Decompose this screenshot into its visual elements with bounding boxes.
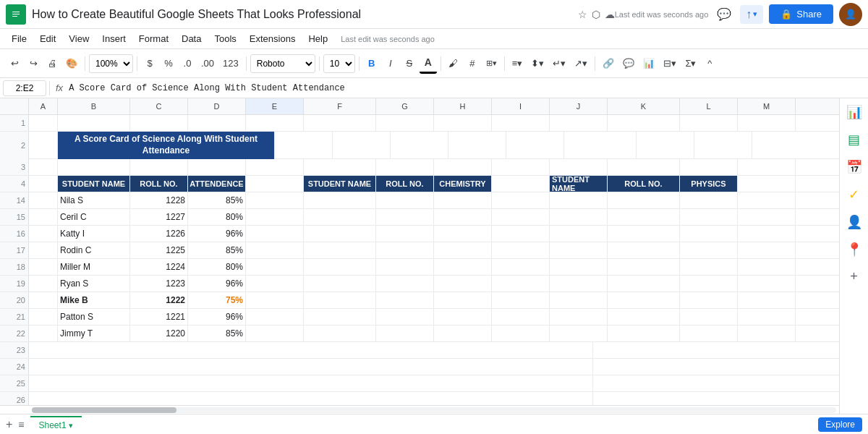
cell-k22[interactable]: [608, 326, 680, 341]
font-size-select[interactable]: 10: [323, 54, 355, 73]
cell-l17[interactable]: [680, 242, 738, 258]
cell-i22[interactable]: [492, 326, 550, 341]
cell-b14[interactable]: Nila S: [58, 192, 130, 208]
cell-c18[interactable]: 1224: [130, 259, 188, 275]
cell-g20[interactable]: [376, 292, 434, 308]
cell-g16[interactable]: [376, 226, 434, 242]
cell-h15[interactable]: [434, 209, 492, 225]
col-header-f[interactable]: F: [304, 98, 376, 114]
header-roll-no-3[interactable]: ROLL NO.: [608, 176, 680, 192]
text-color-btn[interactable]: A: [420, 54, 437, 74]
sidebar-explore-icon[interactable]: 📊: [846, 104, 862, 120]
cell-l3[interactable]: [680, 159, 738, 175]
header-student-name-2[interactable]: STUDENT NAME: [304, 176, 376, 192]
cell-h22[interactable]: [434, 326, 492, 341]
cell-m17[interactable]: [738, 242, 796, 258]
cell-a1[interactable]: [29, 115, 58, 131]
cell-h1[interactable]: [434, 115, 492, 131]
cell-d22[interactable]: 85%: [188, 326, 246, 341]
cell-e20[interactable]: [246, 292, 304, 308]
cell-b17[interactable]: Rodin C: [58, 242, 130, 258]
cell-a22[interactable]: [29, 326, 58, 341]
textwrap-btn[interactable]: ↵▾: [549, 54, 569, 74]
hide-btn[interactable]: ^: [701, 54, 718, 74]
cell-c14[interactable]: 1228: [130, 192, 188, 208]
cell-g3[interactable]: [376, 159, 434, 175]
cell-f21[interactable]: [304, 309, 376, 325]
sidebar-add-icon[interactable]: +: [850, 269, 858, 284]
cell-d20[interactable]: 75%: [188, 292, 246, 308]
italic-btn[interactable]: I: [382, 54, 399, 74]
percent-btn[interactable]: %: [160, 54, 177, 74]
filter-btn[interactable]: ⊟▾: [660, 54, 680, 74]
redo-btn[interactable]: ↪: [25, 54, 42, 74]
cell-m19[interactable]: [738, 276, 796, 292]
cell-j19[interactable]: [550, 276, 608, 292]
share-button[interactable]: 🔒 Share: [769, 4, 833, 24]
cell-e17[interactable]: [246, 242, 304, 258]
cell-k16[interactable]: [608, 226, 680, 242]
cell-i14[interactable]: [492, 192, 550, 208]
cell-k15[interactable]: [608, 209, 680, 225]
merge-btn[interactable]: ⊞▾: [482, 54, 501, 74]
rotate-btn[interactable]: ↗▾: [571, 54, 591, 74]
h-scroll-track[interactable]: [32, 407, 836, 413]
cell-g14[interactable]: [376, 192, 434, 208]
cell-b3[interactable]: [58, 159, 130, 175]
cell-c19[interactable]: 1223: [130, 276, 188, 292]
currency-btn[interactable]: $: [141, 54, 158, 74]
cell-c3[interactable]: [130, 159, 188, 175]
cell-f18[interactable]: [304, 259, 376, 275]
cell-a14[interactable]: [29, 192, 58, 208]
comment-icon[interactable]: 💬: [714, 4, 734, 25]
cell-j2[interactable]: [506, 132, 564, 159]
h-scrollbar[interactable]: [0, 405, 839, 414]
history-btn[interactable]: ↑ ▾: [740, 5, 763, 24]
cell-c21[interactable]: 1221: [130, 309, 188, 325]
cell-f19[interactable]: [304, 276, 376, 292]
function-btn[interactable]: Σ▾: [681, 54, 699, 74]
cell-a18[interactable]: [29, 259, 58, 275]
cell-j18[interactable]: [550, 259, 608, 275]
cell-f16[interactable]: [304, 226, 376, 242]
menu-data[interactable]: Data: [176, 31, 207, 46]
header-student-name-3[interactable]: STUDENT NAME: [550, 176, 608, 192]
cell-g21[interactable]: [376, 309, 434, 325]
cell-c17[interactable]: 1225: [130, 242, 188, 258]
paint-format-btn[interactable]: 🎨: [62, 54, 81, 74]
cell-j21[interactable]: [550, 309, 608, 325]
cell-i3[interactable]: [492, 159, 550, 175]
cell-j17[interactable]: [550, 242, 608, 258]
cell-a19[interactable]: [29, 276, 58, 292]
cell-e15[interactable]: [246, 209, 304, 225]
cell-d18[interactable]: 80%: [188, 259, 246, 275]
cell-f15[interactable]: [304, 209, 376, 225]
col-header-c[interactable]: C: [130, 98, 188, 114]
explore-btn[interactable]: Explore: [818, 417, 862, 432]
cell-a21[interactable]: [29, 309, 58, 325]
col-header-b[interactable]: B: [58, 98, 130, 114]
cell-g1[interactable]: [376, 115, 434, 131]
add-sheet-btn[interactable]: +: [6, 418, 12, 431]
cell-j16[interactable]: [550, 226, 608, 242]
borders-btn[interactable]: #: [464, 54, 481, 74]
cell-l14[interactable]: [680, 192, 738, 208]
cell-a20[interactable]: [29, 292, 58, 308]
link-btn[interactable]: 🔗: [599, 54, 618, 74]
cell-j14[interactable]: [550, 192, 608, 208]
cell-b1[interactable]: [58, 115, 130, 131]
cell-c15[interactable]: 1227: [130, 209, 188, 225]
cell-d17[interactable]: 85%: [188, 242, 246, 258]
zoom-select[interactable]: 100%: [89, 54, 133, 73]
cell-e18[interactable]: [246, 259, 304, 275]
cell-k17[interactable]: [608, 242, 680, 258]
sheet-menu-btn[interactable]: ≡: [18, 419, 24, 430]
cell-e1[interactable]: [246, 115, 304, 131]
cell-e19[interactable]: [246, 276, 304, 292]
cell-k2[interactable]: [564, 132, 637, 159]
col-header-d[interactable]: D: [188, 98, 246, 114]
cell-e22[interactable]: [246, 326, 304, 341]
fill-color-btn[interactable]: 🖌: [445, 54, 462, 74]
cell-d16[interactable]: 96%: [188, 226, 246, 242]
menu-insert[interactable]: Insert: [96, 31, 132, 46]
